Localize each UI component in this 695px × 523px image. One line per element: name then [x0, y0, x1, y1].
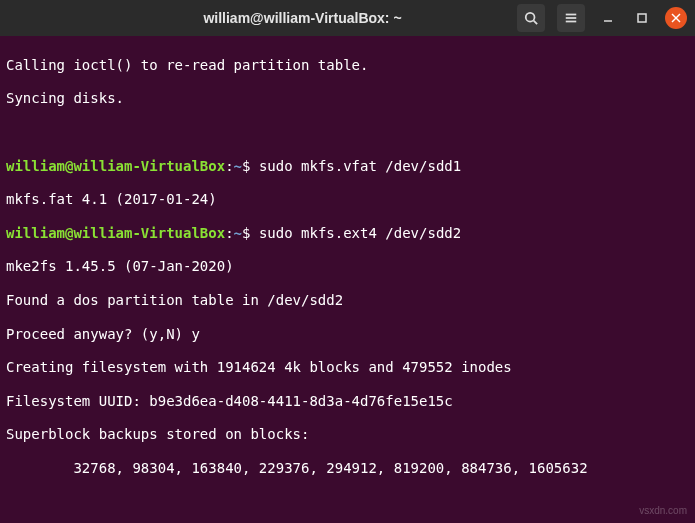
- search-icon: [524, 11, 538, 25]
- svg-rect-6: [638, 14, 646, 22]
- svg-line-1: [534, 21, 538, 25]
- titlebar-controls: [517, 4, 687, 32]
- svg-point-0: [526, 13, 535, 22]
- output-line: Filesystem UUID: b9e3d6ea-d408-4411-8d3a…: [6, 393, 689, 410]
- prompt-path: ~: [234, 158, 242, 174]
- prompt-line: william@william-VirtualBox:~$ sudo mkfs.…: [6, 225, 689, 242]
- command-text: sudo mkfs.ext4 /dev/sdd2: [250, 225, 461, 241]
- hamburger-icon: [564, 11, 578, 25]
- menu-button[interactable]: [557, 4, 585, 32]
- output-line: [6, 124, 689, 141]
- output-line: Calling ioctl() to re-read partition tab…: [6, 57, 689, 74]
- terminal-output[interactable]: Calling ioctl() to re-read partition tab…: [0, 36, 695, 523]
- prompt-sep: :: [225, 158, 233, 174]
- output-line: 32768, 98304, 163840, 229376, 294912, 81…: [6, 460, 689, 477]
- prompt-path: ~: [234, 225, 242, 241]
- minimize-button[interactable]: [597, 7, 619, 29]
- output-line: mkfs.fat 4.1 (2017-01-24): [6, 191, 689, 208]
- prompt-user: william@william-VirtualBox: [6, 158, 225, 174]
- titlebar: william@william-VirtualBox: ~: [0, 0, 695, 36]
- output-line: Proceed anyway? (y,N) y: [6, 326, 689, 343]
- command-text: sudo mkfs.vfat /dev/sdd1: [250, 158, 461, 174]
- output-line: Superblock backups stored on blocks:: [6, 426, 689, 443]
- prompt-line: william@william-VirtualBox:~$ sudo mkfs.…: [6, 158, 689, 175]
- minimize-icon: [602, 12, 614, 24]
- window-title: william@william-VirtualBox: ~: [88, 10, 517, 27]
- search-button[interactable]: [517, 4, 545, 32]
- watermark: vsxdn.com: [639, 505, 687, 517]
- prompt-sep: :: [225, 225, 233, 241]
- output-line: Creating filesystem with 1914624 4k bloc…: [6, 359, 689, 376]
- close-icon: [671, 13, 681, 23]
- maximize-icon: [636, 12, 648, 24]
- close-button[interactable]: [665, 7, 687, 29]
- output-line: mke2fs 1.45.5 (07-Jan-2020): [6, 258, 689, 275]
- output-line: Found a dos partition table in /dev/sdd2: [6, 292, 689, 309]
- prompt-user: william@william-VirtualBox: [6, 225, 225, 241]
- maximize-button[interactable]: [631, 7, 653, 29]
- output-line: Syncing disks.: [6, 90, 689, 107]
- output-line: [6, 494, 689, 511]
